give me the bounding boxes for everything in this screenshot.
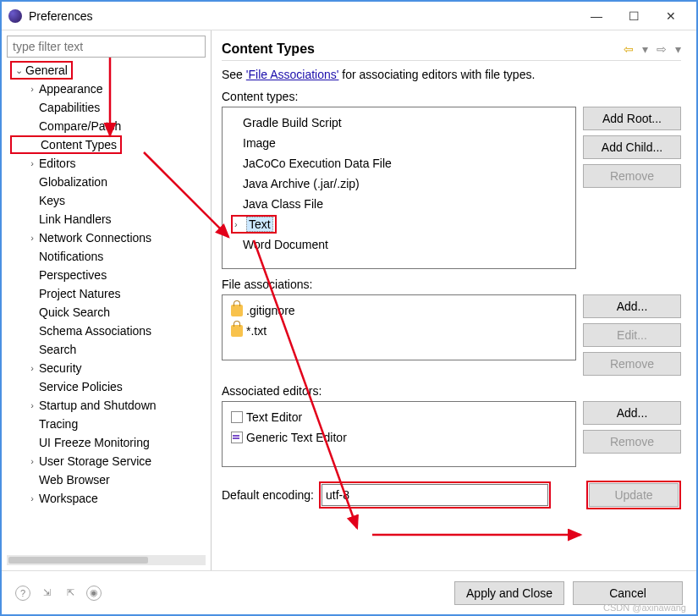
- tree-item[interactable]: ›Network Connections: [10, 228, 206, 247]
- content-pane: Content Types ⇦ ▾ ⇨ ▾ See 'File Associat…: [212, 30, 696, 570]
- editor-icon: [231, 411, 243, 423]
- remove-content-type-button[interactable]: Remove: [583, 164, 681, 188]
- window-title: Preferences: [29, 9, 578, 23]
- remove-editor-button[interactable]: Remove: [583, 430, 681, 454]
- tree-item-label: Network Connections: [39, 231, 151, 245]
- tree-item[interactable]: Capabilities: [10, 98, 206, 117]
- tree-item[interactable]: Tracing: [10, 415, 206, 433]
- tree-item[interactable]: Link Handlers: [10, 210, 206, 228]
- tree-item[interactable]: ›Workspace: [10, 489, 206, 508]
- forward-icon[interactable]: ⇨: [657, 42, 667, 56]
- help-icon[interactable]: ?: [15, 586, 30, 601]
- add-file-assoc-button[interactable]: Add...: [583, 294, 681, 318]
- list-item[interactable]: Java Archive (.jar/.zip): [224, 173, 574, 194]
- nav-icons: ⇦ ▾ ⇨ ▾: [618, 42, 681, 56]
- horizontal-scrollbar[interactable]: [7, 555, 206, 565]
- edit-file-assoc-button[interactable]: Edit...: [583, 323, 681, 347]
- list-item[interactable]: Text Editor: [224, 407, 574, 427]
- tree-item[interactable]: ›Security: [10, 359, 206, 377]
- list-item[interactable]: Gradle Build Script: [224, 113, 574, 133]
- update-encoding-button[interactable]: Update: [589, 483, 679, 507]
- back-menu-icon[interactable]: ▾: [642, 42, 648, 56]
- tree-item-label: Quick Search: [39, 305, 110, 319]
- tree-item-label: Link Handlers: [39, 212, 112, 226]
- list-item[interactable]: Generic Text Editor: [224, 427, 574, 448]
- tree-item[interactable]: ›Editors: [10, 154, 206, 173]
- list-item[interactable]: Word Document: [224, 234, 574, 255]
- tree-item[interactable]: Globalization: [10, 173, 206, 191]
- chevron-right-icon: ›: [27, 493, 37, 503]
- tree-item-label: Editors: [39, 157, 76, 170]
- tree-item[interactable]: UI Freeze Monitoring: [10, 433, 206, 452]
- list-item-label: Text: [246, 217, 273, 232]
- apply-and-close-button[interactable]: Apply and Close: [454, 581, 564, 605]
- tree-item[interactable]: ›User Storage Service: [10, 452, 206, 470]
- chevron-right-icon: ›: [27, 363, 37, 373]
- tree-item[interactable]: Web Browser: [10, 470, 206, 489]
- forward-menu-icon[interactable]: ▾: [675, 42, 681, 56]
- preferences-tree[interactable]: ⌄ General ›AppearanceCapabilitiesCompare…: [7, 61, 206, 552]
- add-editor-button[interactable]: Add...: [583, 401, 681, 425]
- tree-item[interactable]: Perspectives: [10, 266, 206, 284]
- chevron-right-icon: ›: [27, 400, 37, 410]
- close-button[interactable]: ✕: [652, 3, 690, 29]
- tree-root-general[interactable]: ⌄ General: [10, 61, 73, 80]
- tree-item[interactable]: Schema Associations: [10, 322, 206, 340]
- back-icon[interactable]: ⇦: [624, 42, 634, 56]
- tree-item[interactable]: Compare/Patch: [10, 117, 206, 135]
- tree-item[interactable]: ›Appearance: [10, 80, 206, 98]
- tree-item[interactable]: Notifications: [10, 247, 206, 266]
- tree-item[interactable]: ›Startup and Shutdown: [10, 396, 206, 415]
- chevron-right-icon: ›: [27, 456, 37, 466]
- maximize-button[interactable]: ☐: [615, 3, 652, 29]
- tree-item[interactable]: Content Types: [10, 135, 122, 154]
- add-root-button[interactable]: Add Root...: [583, 107, 681, 130]
- export-icon[interactable]: ⇱: [63, 586, 78, 601]
- list-item[interactable]: ›Text: [224, 214, 574, 234]
- list-item-label: Java Archive (.jar/.zip): [243, 177, 360, 190]
- list-item[interactable]: JaCoCo Execution Data File: [224, 153, 574, 173]
- filter-input[interactable]: [7, 36, 206, 58]
- associated-editors-label: Associated editors:: [222, 384, 681, 398]
- oomph-icon[interactable]: ◉: [86, 586, 102, 601]
- tree-item[interactable]: Search: [10, 340, 206, 359]
- editor-icon: [231, 432, 243, 443]
- lock-icon: [231, 305, 243, 316]
- tree-item-label: Globalization: [39, 175, 107, 189]
- list-item[interactable]: Image: [224, 133, 574, 153]
- list-item[interactable]: Java Class File: [224, 194, 574, 214]
- tree-item-label: Service Policies: [39, 380, 123, 393]
- file-associations-list[interactable]: .gitignore*.txt: [222, 294, 576, 360]
- chevron-down-icon: ⌄: [14, 65, 24, 76]
- list-item-label: Java Class File: [243, 197, 323, 211]
- content-types-list[interactable]: Gradle Build ScriptImageJaCoCo Execution…: [222, 107, 576, 269]
- list-item[interactable]: .gitignore: [224, 300, 574, 321]
- associated-editors-list[interactable]: Text EditorGeneric Text Editor: [222, 401, 576, 467]
- list-item-label: Gradle Build Script: [243, 116, 342, 129]
- tree-item[interactable]: Service Policies: [10, 377, 206, 396]
- tree-item[interactable]: Keys: [10, 191, 206, 210]
- tree-item-label: User Storage Service: [39, 454, 151, 468]
- add-child-button[interactable]: Add Child...: [583, 135, 681, 159]
- file-associations-link[interactable]: 'File Associations': [246, 68, 339, 81]
- remove-file-assoc-button[interactable]: Remove: [583, 352, 681, 376]
- tree-item-label: Workspace: [39, 492, 98, 505]
- cancel-button[interactable]: Cancel: [573, 581, 683, 605]
- tree-item-label: Appearance: [39, 82, 103, 96]
- list-item-label: *.txt: [246, 324, 267, 338]
- tree-item[interactable]: Quick Search: [10, 303, 206, 322]
- tree-item-label: Search: [39, 343, 76, 356]
- chevron-right-icon: ›: [234, 219, 246, 229]
- tree-item-label: UI Freeze Monitoring: [39, 436, 150, 449]
- chevron-right-icon: ›: [27, 233, 37, 243]
- default-encoding-input[interactable]: [322, 484, 548, 506]
- tree-item-label: Schema Associations: [39, 324, 151, 338]
- tree-item-label: Compare/Patch: [39, 119, 121, 133]
- see-file-associations: See 'File Associations' for associating …: [222, 68, 681, 81]
- tree-item[interactable]: Project Natures: [10, 284, 206, 303]
- list-item[interactable]: *.txt: [224, 321, 574, 341]
- import-icon[interactable]: ⇲: [39, 586, 54, 601]
- titlebar: Preferences — ☐ ✕: [2, 2, 696, 30]
- minimize-button[interactable]: —: [578, 3, 615, 29]
- list-item-label: Text Editor: [246, 410, 302, 424]
